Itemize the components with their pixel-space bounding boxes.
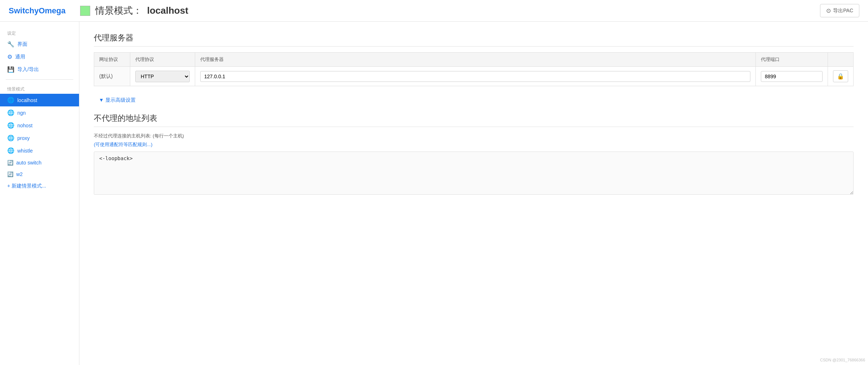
globe-gray-icon: 🌐 (7, 109, 14, 116)
sidebar-item-whistle[interactable]: 🌐 whistle (0, 144, 79, 157)
proxy-server-input[interactable] (200, 71, 750, 82)
no-proxy-section-title: 不代理的地址列表 (94, 113, 854, 127)
sidebar-item-proxy-label: proxy (17, 135, 30, 141)
sidebar-item-auto-switch-label: auto switch (16, 160, 41, 166)
content-area: 代理服务器 网址协议 代理协议 代理服务器 代理端口 (默认) HTTP (79, 22, 868, 365)
sidebar-item-localhost[interactable]: 🌐 localhost (0, 94, 79, 106)
proxy-table-row: (默认) HTTP HTTPS SOCKS4 SOCKS5 (94, 67, 854, 86)
switch-green-icon: 🔄 (7, 160, 13, 166)
sidebar-item-auto-switch[interactable]: 🔄 auto switch (0, 157, 79, 168)
page-title-prefix: 情景模式： (95, 4, 142, 17)
switch-green-icon-2: 🔄 (7, 171, 13, 177)
col-header-url-protocol: 网址协议 (94, 53, 130, 67)
export-pac-label: 导出PAC (833, 8, 853, 14)
col-header-proxy-server: 代理服务器 (195, 53, 756, 67)
sidebar-item-import-export-label: 导入/导出 (17, 66, 39, 73)
sidebar-item-ngn[interactable]: 🌐 ngn (0, 106, 79, 119)
no-proxy-textarea[interactable]: <-loopback> (94, 151, 854, 195)
profile-color-indicator (80, 6, 90, 16)
brand-title: SwitchyOmega (9, 6, 66, 16)
lock-button[interactable]: 🔒 (833, 70, 848, 82)
sidebar-item-nohost[interactable]: 🌐 nohost (0, 119, 79, 132)
sidebar-item-import-export[interactable]: 💾 导入/导出 (0, 63, 79, 76)
sidebar-item-nohost-label: nohost (17, 123, 32, 128)
proxy-table: 网址协议 代理协议 代理服务器 代理端口 (默认) HTTP HTTPS SOC… (94, 52, 854, 86)
sidebar-item-whistle-label: whistle (17, 148, 33, 154)
col-header-proxy-protocol: 代理协议 (130, 53, 195, 67)
page-title-area: 情景模式： localhost (80, 4, 820, 17)
profiles-section-label: 情景模式 (0, 83, 79, 94)
globe-gray-icon-3: 🌐 (7, 147, 14, 154)
globe-gray-icon-2: 🌐 (7, 135, 14, 141)
sidebar-item-w2[interactable]: 🔄 w2 (0, 168, 79, 180)
sidebar-item-proxy[interactable]: 🌐 proxy (0, 132, 79, 144)
main-layout: 设定 🔧 界面 ⚙ 通用 💾 导入/导出 情景模式 🌐 localhost 🌐 … (0, 22, 868, 365)
sidebar-item-interface-label: 界面 (17, 41, 27, 48)
save-icon: 💾 (7, 66, 14, 73)
gear-icon: ⚙ (7, 53, 12, 60)
lock-cell: 🔒 (828, 67, 854, 86)
export-pac-button[interactable]: ⊙ 导出PAC (820, 4, 859, 17)
add-profile-button[interactable]: + 新建情景模式... (0, 180, 79, 192)
sidebar-divider (6, 79, 73, 80)
proxy-port-cell (756, 67, 828, 86)
show-advanced-settings[interactable]: ▼ 显示高级设置 (94, 93, 854, 107)
globe-green-icon-2: 🌐 (7, 122, 14, 129)
proxy-protocol-select[interactable]: HTTP HTTPS SOCKS4 SOCKS5 (135, 71, 190, 82)
wrench-icon: 🔧 (7, 41, 14, 48)
sidebar-item-general-label: 通用 (15, 54, 25, 60)
proxy-port-input[interactable] (761, 71, 823, 82)
page-title-name: localhost (147, 5, 188, 16)
url-protocol-cell: (默认) (94, 67, 130, 86)
col-header-proxy-port: 代理端口 (756, 53, 828, 67)
export-icon: ⊙ (826, 7, 831, 14)
add-profile-label: + 新建情景模式... (7, 183, 46, 189)
proxy-protocol-cell: HTTP HTTPS SOCKS4 SOCKS5 (130, 67, 195, 86)
no-proxy-hint[interactable]: (可使用通配符等匹配规则...) (94, 141, 854, 148)
no-proxy-desc: 不经过代理连接的主机列表: (每行一个主机) (94, 133, 854, 139)
settings-section-label: 设定 (0, 27, 79, 38)
proxy-section-title: 代理服务器 (94, 32, 854, 47)
sidebar-item-w2-label: w2 (16, 171, 23, 177)
show-advanced-label: ▼ 显示高级设置 (99, 97, 136, 104)
col-header-lock (828, 53, 854, 67)
proxy-server-cell (195, 67, 756, 86)
sidebar: 设定 🔧 界面 ⚙ 通用 💾 导入/导出 情景模式 🌐 localhost 🌐 … (0, 22, 79, 365)
sidebar-item-interface[interactable]: 🔧 界面 (0, 38, 79, 50)
globe-green-icon: 🌐 (7, 97, 14, 104)
sidebar-item-localhost-label: localhost (17, 97, 37, 103)
sidebar-item-ngn-label: ngn (17, 110, 26, 116)
sidebar-item-general[interactable]: ⚙ 通用 (0, 50, 79, 63)
header: SwitchyOmega 情景模式： localhost ⊙ 导出PAC (0, 0, 868, 22)
